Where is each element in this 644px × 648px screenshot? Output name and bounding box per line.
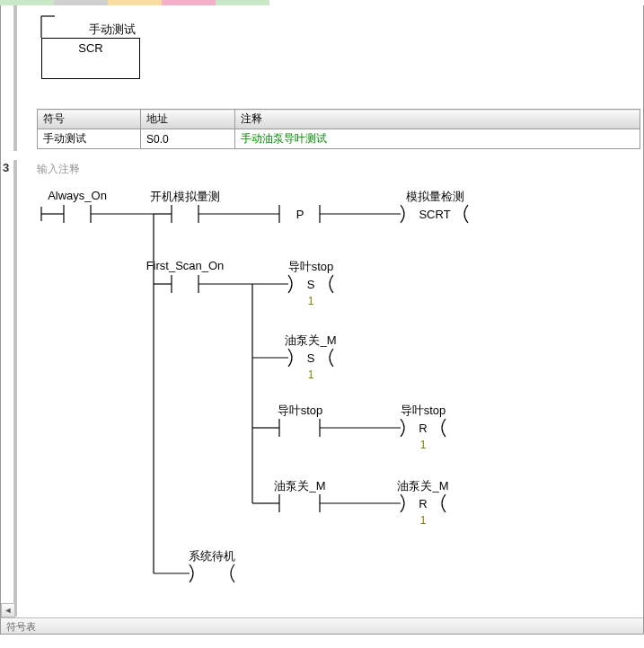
- contact-youbeng[interactable]: 油泵关_M: [274, 478, 325, 494]
- coil-scrt[interactable]: SCRT: [419, 208, 450, 221]
- contact-daoye-stop[interactable]: 导叶stop: [278, 403, 323, 419]
- r1-count: 1: [420, 439, 427, 451]
- coil-r2[interactable]: R: [419, 497, 427, 510]
- contact-always-on[interactable]: Always_On: [48, 189, 107, 202]
- ladder-svg: [1, 5, 644, 635]
- scroll-left-button[interactable]: ◄: [1, 603, 15, 617]
- r2-count: 1: [420, 514, 427, 527]
- coil-s2[interactable]: S: [307, 351, 315, 365]
- ladder-canvas: 3 手动测试 SCR 符号 地址 注释 手动测试 S0.0 手动油泵导叶测试 输…: [0, 5, 644, 635]
- coil-moni-head: 模拟量检测: [406, 189, 464, 205]
- s1-count: 1: [308, 295, 314, 307]
- coil-daoye-r-head: 导叶stop: [401, 403, 446, 419]
- coil-r1[interactable]: R: [419, 422, 427, 435]
- s2-count: 1: [308, 368, 314, 381]
- coil-daoye-s-head: 导叶stop: [288, 259, 334, 275]
- coil-youbeng-s-head: 油泵关_M: [285, 333, 336, 349]
- contact-first-scan[interactable]: First_Scan_On: [146, 259, 225, 272]
- bottom-bar: 符号表: [1, 617, 643, 634]
- coil-xitong-head: 系统待机: [189, 548, 235, 564]
- coil-s1[interactable]: S: [307, 278, 315, 291]
- contact-kaiji[interactable]: 开机模拟量测: [150, 189, 220, 205]
- coil-youbeng-r-head: 油泵关_M: [397, 478, 448, 494]
- p-instruction[interactable]: P: [296, 208, 304, 221]
